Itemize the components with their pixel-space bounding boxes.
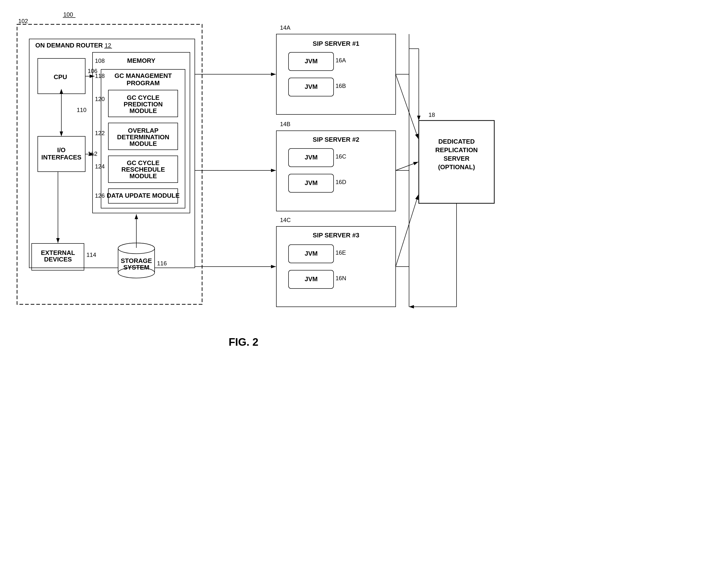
ref-126: 126	[95, 192, 105, 199]
svg-line-42	[396, 162, 418, 170]
overlap-det-2: DETERMINATION	[117, 133, 169, 141]
sip2-label: SIP SERVER #2	[313, 136, 359, 143]
jvm-2d: JVM	[305, 179, 317, 186]
ref-116: 116	[157, 260, 167, 267]
overlap-det-3: MODULE	[130, 140, 157, 147]
jvm-3n: JVM	[305, 275, 317, 283]
data-update-1: DATA UPDATE MODULE	[107, 192, 179, 199]
ref-120: 120	[95, 96, 105, 102]
io-label-2: INTERFACES	[41, 154, 82, 161]
ref-122: 122	[95, 130, 105, 136]
svg-rect-25	[276, 131, 396, 211]
gc-resched-3: MODULE	[130, 172, 157, 180]
ref-110: 110	[77, 107, 86, 113]
gc-cycle-pred-3: MODULE	[130, 107, 157, 114]
svg-rect-26	[289, 149, 334, 167]
svg-rect-15	[32, 243, 84, 270]
replication-4: (OPTIONAL)	[438, 163, 475, 171]
svg-rect-9	[93, 52, 190, 213]
sip3-label: SIP SERVER #3	[313, 232, 359, 239]
gc-resched-1: GC CYCLE	[127, 159, 159, 167]
ref-18: 18	[429, 112, 435, 118]
on-demand-router-label: ON DEMAND ROUTER	[35, 42, 103, 49]
gc-cycle-pred-1: GC CYCLE	[127, 94, 159, 101]
svg-rect-30	[289, 270, 334, 289]
svg-rect-5	[29, 39, 195, 268]
cpu-label: CPU	[54, 73, 67, 81]
svg-rect-24	[289, 78, 334, 96]
ref-118: 118	[95, 73, 105, 79]
gc-mgmt-label-2: PROGRAM	[127, 79, 160, 87]
ref-124: 124	[95, 163, 105, 170]
svg-point-20	[118, 267, 155, 278]
jvm-2c: JVM	[305, 154, 317, 161]
gc-cycle-pred-2: PREDICTION	[124, 101, 163, 108]
svg-rect-13	[108, 156, 178, 183]
ref-108: 108	[95, 57, 105, 64]
ref-100: 100	[63, 11, 73, 18]
ref-106: 106	[88, 68, 97, 74]
overlap-det-1: OVERLAP	[128, 127, 159, 134]
svg-rect-2	[17, 24, 202, 304]
svg-rect-11	[108, 90, 178, 117]
ref-16b: 16B	[336, 83, 346, 89]
replication-3: SERVER	[444, 155, 470, 162]
replication-2: REPLICATION	[435, 146, 478, 154]
ref-16c: 16C	[336, 153, 346, 160]
svg-rect-28	[276, 226, 396, 307]
storage-label-1: STORAGE	[121, 257, 152, 264]
svg-rect-23	[289, 52, 334, 71]
ref-112: 112	[88, 150, 97, 157]
ref-114: 114	[86, 251, 96, 258]
svg-rect-27	[289, 174, 334, 192]
svg-rect-29	[289, 245, 334, 263]
storage-label-2: SYSTEM	[123, 264, 149, 271]
jvm-3e: JVM	[305, 250, 317, 257]
svg-rect-7	[38, 58, 85, 94]
ext-devices-1: EXTERNAL	[41, 249, 75, 256]
svg-rect-22	[276, 34, 396, 114]
ref-16a: 16A	[336, 57, 346, 64]
ref-14b: 14B	[280, 121, 290, 127]
replication-1: DEDICATED	[438, 138, 475, 145]
svg-line-41	[396, 74, 418, 139]
svg-point-16	[118, 243, 155, 254]
svg-rect-10	[101, 69, 185, 208]
svg-line-43	[396, 195, 418, 267]
jvm-1b: JVM	[305, 83, 317, 90]
svg-rect-31	[419, 121, 494, 203]
ref-16d: 16D	[336, 179, 346, 185]
svg-rect-12	[108, 123, 178, 150]
svg-rect-8	[38, 136, 85, 172]
io-label-1: I/O	[57, 146, 66, 154]
jvm-1a: JVM	[305, 57, 317, 65]
gc-mgmt-label-1: GC MANAGEMENT	[114, 72, 172, 79]
ref-102: 102	[18, 18, 28, 24]
gc-resched-2: RESCHEDULE	[121, 166, 165, 173]
ref-12: 12	[105, 42, 111, 49]
sip1-label: SIP SERVER #1	[313, 40, 359, 47]
ref-14a: 14A	[280, 24, 290, 31]
ref-14c: 14C	[280, 217, 291, 223]
memory-label: MEMORY	[127, 57, 155, 64]
ext-devices-2: DEVICES	[44, 256, 72, 263]
svg-rect-17	[118, 248, 155, 273]
svg-point-21	[118, 243, 155, 254]
fig-label: FIG. 2	[229, 336, 258, 348]
ref-16n: 16N	[336, 275, 346, 281]
ref-16e: 16E	[336, 249, 346, 256]
svg-rect-14	[108, 189, 178, 203]
